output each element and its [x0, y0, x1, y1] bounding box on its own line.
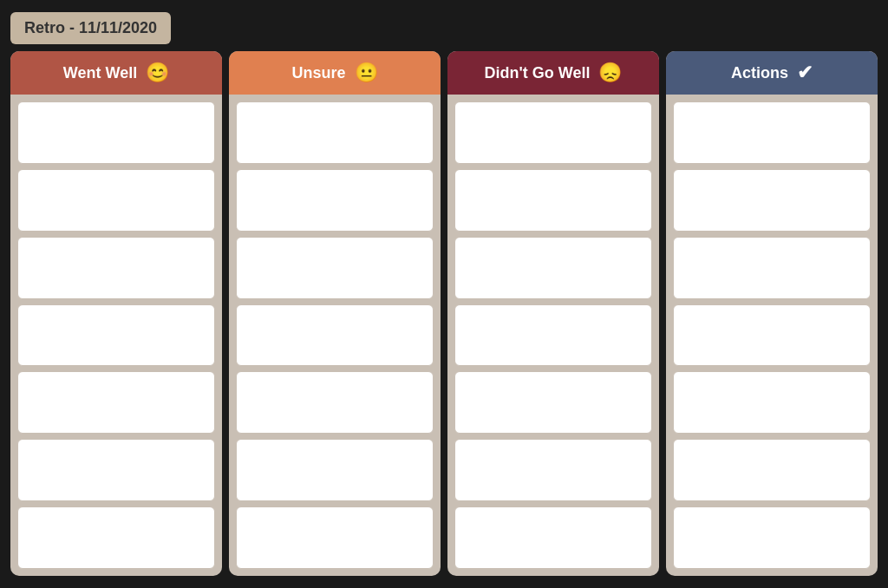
card[interactable]	[17, 101, 215, 164]
card[interactable]	[454, 304, 652, 367]
board: Went Well 😊 Unsure 😐	[10, 51, 878, 576]
card[interactable]	[17, 371, 215, 434]
card[interactable]	[673, 101, 871, 164]
card[interactable]	[17, 169, 215, 232]
card[interactable]	[17, 506, 215, 569]
card[interactable]	[236, 304, 434, 367]
card[interactable]	[236, 101, 434, 164]
card[interactable]	[673, 304, 871, 367]
card[interactable]	[454, 169, 652, 232]
column-actions: Actions ✔	[666, 51, 878, 576]
unsure-label: Unsure	[291, 64, 345, 82]
column-unsure: Unsure 😐	[229, 51, 441, 576]
app-title: Retro - 11/11/2020	[24, 19, 157, 37]
card[interactable]	[673, 371, 871, 434]
column-went-well: Went Well 😊	[10, 51, 222, 576]
card[interactable]	[17, 439, 215, 501]
app-container: Retro - 11/11/2020 Went Well 😊 Unsure	[10, 12, 878, 576]
card[interactable]	[673, 169, 871, 232]
actions-label: Actions	[731, 64, 788, 82]
card[interactable]	[236, 237, 434, 299]
happy-icon: 😊	[146, 62, 169, 84]
card[interactable]	[454, 506, 652, 569]
card[interactable]	[236, 371, 434, 434]
card[interactable]	[673, 506, 871, 569]
card[interactable]	[673, 237, 871, 299]
card[interactable]	[454, 101, 652, 164]
column-didnt-go-well: Didn't Go Well 😞	[447, 51, 659, 576]
actions-cards	[666, 95, 878, 569]
column-header-unsure: Unsure 😐	[229, 51, 441, 95]
column-header-actions: Actions ✔	[666, 51, 878, 95]
card[interactable]	[236, 439, 434, 501]
card[interactable]	[236, 169, 434, 232]
column-header-didnt-go-well: Didn't Go Well 😞	[447, 51, 659, 95]
card[interactable]	[454, 371, 652, 434]
card[interactable]	[673, 439, 871, 501]
didnt-go-well-label: Didn't Go Well	[485, 64, 591, 82]
checkmark-icon: ✔	[797, 62, 813, 84]
card[interactable]	[17, 237, 215, 299]
didnt-go-well-cards	[447, 95, 659, 569]
column-header-went-well: Went Well 😊	[10, 51, 222, 95]
card[interactable]	[236, 506, 434, 569]
card[interactable]	[454, 237, 652, 299]
card[interactable]	[17, 304, 215, 367]
neutral-icon: 😐	[355, 62, 378, 84]
sad-icon: 😞	[598, 62, 622, 84]
went-well-label: Went Well	[63, 64, 137, 82]
went-well-cards	[10, 95, 222, 569]
card[interactable]	[454, 439, 652, 501]
title-bar: Retro - 11/11/2020	[10, 12, 171, 44]
unsure-cards	[229, 95, 441, 569]
